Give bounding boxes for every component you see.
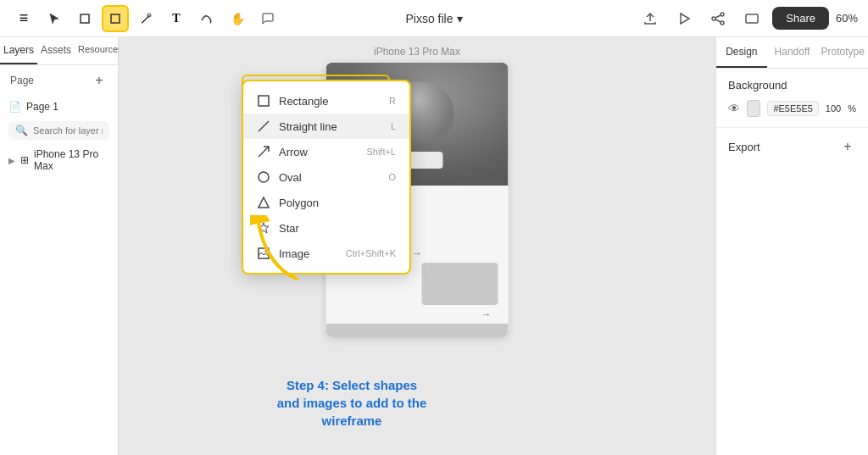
- comment-icon: [261, 12, 275, 25]
- background-label: Background: [728, 79, 787, 92]
- path-tool-button[interactable]: [193, 5, 220, 32]
- straight-line-shortcut: L: [391, 121, 396, 131]
- svg-point-5: [712, 17, 715, 20]
- svg-rect-1: [111, 14, 120, 23]
- visibility-icon[interactable]: 👁: [728, 102, 740, 115]
- toolbar-left: ≡ T ✋: [10, 5, 633, 32]
- tab-prototype[interactable]: Prototype: [817, 37, 868, 68]
- comment-tool-button[interactable]: [254, 5, 281, 32]
- left-panel: Layers Assets Resources Page + 📄 Page 1 …: [0, 37, 119, 455]
- shape-tool-button[interactable]: [102, 5, 129, 32]
- share-alt-button[interactable]: [704, 5, 732, 32]
- color-hex-value[interactable]: #E5E5E5: [767, 101, 818, 116]
- svg-line-12: [259, 147, 269, 157]
- yellow-arrow: [250, 215, 309, 286]
- text-tool-button[interactable]: T: [163, 5, 190, 32]
- tab-assets[interactable]: Assets: [37, 37, 75, 64]
- svg-point-6: [721, 21, 724, 25]
- play-button[interactable]: [670, 5, 698, 32]
- annotation-container: Step 4: Select shapes and images to add …: [275, 376, 437, 430]
- rectangle-shortcut: R: [389, 96, 396, 106]
- svg-marker-3: [681, 14, 689, 24]
- move-tool-button[interactable]: [41, 5, 68, 32]
- right-panel-tabs: Design Handoff Prototype: [716, 37, 868, 69]
- wf-arrow-2: →: [337, 308, 498, 320]
- page-label: Page: [10, 75, 34, 86]
- tab-layers[interactable]: Layers: [0, 37, 37, 64]
- share-link-icon: [710, 11, 726, 26]
- layer-chevron-icon: ▶: [8, 156, 15, 165]
- search-icon: 🔍: [15, 125, 28, 136]
- search-box: 🔍: [8, 121, 109, 140]
- present-button[interactable]: [738, 5, 765, 32]
- file-name[interactable]: Pixso file ▾: [405, 12, 462, 25]
- wf-text-placeholder: [422, 263, 498, 305]
- page-section: Page +: [0, 65, 118, 96]
- search-input[interactable]: [33, 125, 103, 136]
- svg-rect-0: [81, 14, 89, 23]
- canvas-area[interactable]: iPhone 13 Pro Max: [119, 37, 715, 455]
- toolbar-center: Pixso file ▾: [405, 12, 462, 25]
- menu-item-arrow-label: Arrow: [279, 146, 308, 158]
- menu-item-arrow[interactable]: Arrow Shift+L: [243, 139, 409, 164]
- frame-layer-icon: ⊞: [20, 154, 29, 166]
- tab-design[interactable]: Design: [716, 37, 767, 68]
- share-button[interactable]: Share: [772, 7, 829, 30]
- wf-bottom-bar: [326, 324, 509, 337]
- tab-handoff[interactable]: Handoff: [767, 37, 818, 68]
- iphone-layer-item[interactable]: ▶ ⊞ iPhone 13 Pro Max: [0, 143, 118, 177]
- frame-icon: [78, 12, 92, 25]
- left-panel-tabs: Layers Assets Resources: [0, 37, 118, 65]
- menu-item-straight-line-label: Straight line: [279, 120, 337, 133]
- right-panel: Design Handoff Prototype Background 👁 #E…: [715, 37, 868, 455]
- menu-item-straight-line[interactable]: Straight line L: [243, 114, 409, 139]
- pen-tool-button[interactable]: [132, 5, 159, 32]
- shape-icon: [108, 12, 122, 25]
- export-header: Export +: [728, 138, 856, 155]
- opacity-value: 100: [826, 103, 841, 114]
- layer-name: iPhone 13 Pro Max: [34, 148, 109, 172]
- svg-line-11: [259, 121, 269, 131]
- rectangle-icon: [257, 94, 270, 108]
- background-row: 👁 #E5E5E5 100 %: [728, 100, 856, 117]
- page-icon: 📄: [8, 101, 21, 113]
- svg-rect-10: [259, 96, 269, 106]
- menu-item-oval[interactable]: Oval O: [243, 164, 409, 190]
- add-export-button[interactable]: +: [839, 138, 856, 155]
- background-section-header: Background: [728, 79, 856, 92]
- opacity-symbol: %: [848, 103, 856, 114]
- svg-point-4: [721, 13, 724, 16]
- frame-tool-button[interactable]: [71, 5, 98, 32]
- svg-marker-14: [259, 197, 269, 208]
- menu-button[interactable]: ≡: [10, 5, 37, 32]
- annotation-text: Step 4: Select shapes and images to add …: [275, 376, 428, 430]
- play-icon: [676, 11, 692, 26]
- annotation-arrow-svg: [250, 215, 309, 283]
- zoom-level: 60%: [836, 12, 858, 25]
- menu-item-rectangle-label: Rectangle: [279, 95, 329, 108]
- toolbar: ≡ T ✋: [0, 0, 868, 37]
- add-page-button[interactable]: +: [91, 72, 108, 89]
- present-icon: [744, 11, 760, 26]
- menu-item-rectangle[interactable]: Rectangle R: [243, 88, 409, 114]
- menu-item-oval-label: Oval: [279, 171, 302, 184]
- canvas-frame-label: iPhone 13 Pro Max: [374, 46, 460, 58]
- svg-point-13: [259, 172, 269, 182]
- image-shortcut: Ctrl+Shift+K: [346, 248, 396, 258]
- menu-item-polygon-label: Polygon: [279, 197, 319, 209]
- polygon-icon: [257, 196, 270, 209]
- oval-icon: [257, 170, 270, 184]
- arrow-menu-icon: [257, 145, 270, 158]
- oval-shortcut: O: [388, 172, 396, 182]
- cursor-icon: [47, 12, 61, 25]
- hand-tool-button[interactable]: ✋: [224, 5, 251, 32]
- menu-item-polygon[interactable]: Polygon: [243, 190, 409, 215]
- svg-line-8: [715, 19, 721, 22]
- upload-button[interactable]: [637, 5, 664, 32]
- color-swatch[interactable]: [747, 100, 760, 117]
- upload-icon: [643, 11, 658, 26]
- pen-icon: [139, 12, 153, 25]
- export-section: Export +: [716, 128, 868, 165]
- export-label: Export: [728, 141, 760, 153]
- page-1-item[interactable]: 📄 Page 1: [0, 96, 118, 118]
